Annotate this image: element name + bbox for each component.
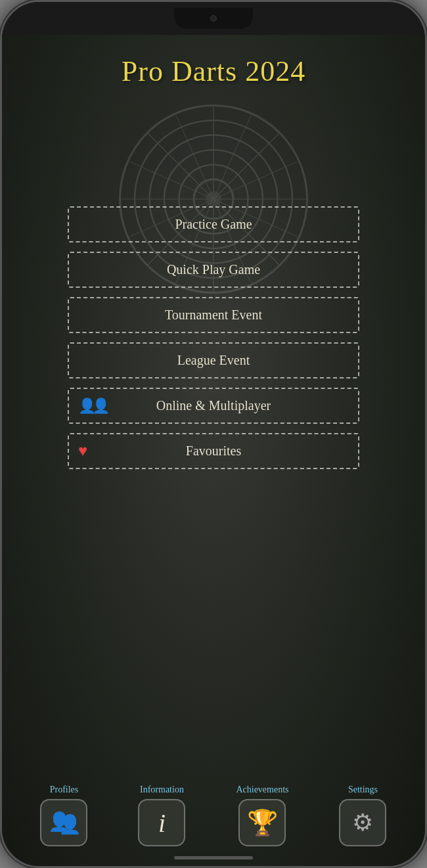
online-icon: 👤👤	[78, 397, 110, 415]
phone-top-bar	[2, 2, 425, 35]
nav-icon-box-achievements: 🏆	[238, 799, 286, 846]
home-indicator[interactable]	[174, 856, 253, 859]
front-camera	[210, 15, 217, 22]
nav-label-achievements: Achievements	[236, 785, 288, 795]
nav-item-achievements[interactable]: Achievements🏆	[236, 785, 288, 846]
nav-item-settings[interactable]: Settings⚙	[339, 785, 386, 846]
favourites-button[interactable]: ♥Favourites	[68, 433, 359, 469]
bottom-nav: Profiles 👤 👤 InformationiAchievements🏆Se…	[2, 785, 425, 846]
league-event-button[interactable]: League Event	[68, 342, 359, 378]
tournament-event-label: Tournament Event	[165, 308, 262, 323]
nav-icon-box-settings: ⚙	[339, 799, 386, 846]
info-icon: i	[158, 808, 166, 838]
heart-icon: ♥	[78, 442, 87, 460]
nav-label-profiles: Profiles	[50, 785, 79, 795]
quick-play-game-label: Quick Play Game	[167, 262, 260, 277]
league-event-label: League Event	[177, 353, 250, 368]
menu-area: Practice GameQuick Play GameTournament E…	[2, 206, 425, 469]
practice-game-label: Practice Game	[175, 217, 252, 232]
tournament-event-button[interactable]: Tournament Event	[68, 297, 359, 333]
app-title: Pro Darts 2024	[122, 55, 305, 88]
trophy-icon: 🏆	[247, 808, 278, 837]
phone-notch	[174, 8, 253, 29]
nav-label-information: Information	[140, 785, 184, 795]
screen-content: Pro Darts 2024 Practice GameQuick Play G…	[2, 35, 425, 866]
favourites-label: Favourites	[186, 444, 241, 459]
nav-item-information[interactable]: Informationi	[138, 785, 185, 846]
online-multiplayer-label: Online & Multiplayer	[156, 398, 271, 413]
nav-label-settings: Settings	[348, 785, 378, 795]
practice-game-button[interactable]: Practice Game	[68, 206, 359, 242]
screen: Pro Darts 2024 Practice GameQuick Play G…	[2, 35, 425, 866]
gear-icon: ⚙	[352, 809, 373, 836]
profiles-icon: 👤 👤	[48, 811, 79, 834]
nav-icon-box-information: i	[138, 799, 185, 846]
phone-frame: Pro Darts 2024 Practice GameQuick Play G…	[0, 0, 427, 868]
online-multiplayer-button[interactable]: 👤👤Online & Multiplayer	[68, 388, 359, 424]
nav-icon-box-profiles: 👤 👤	[40, 799, 87, 846]
nav-item-profiles[interactable]: Profiles 👤 👤	[40, 785, 87, 846]
quick-play-game-button[interactable]: Quick Play Game	[68, 252, 359, 288]
